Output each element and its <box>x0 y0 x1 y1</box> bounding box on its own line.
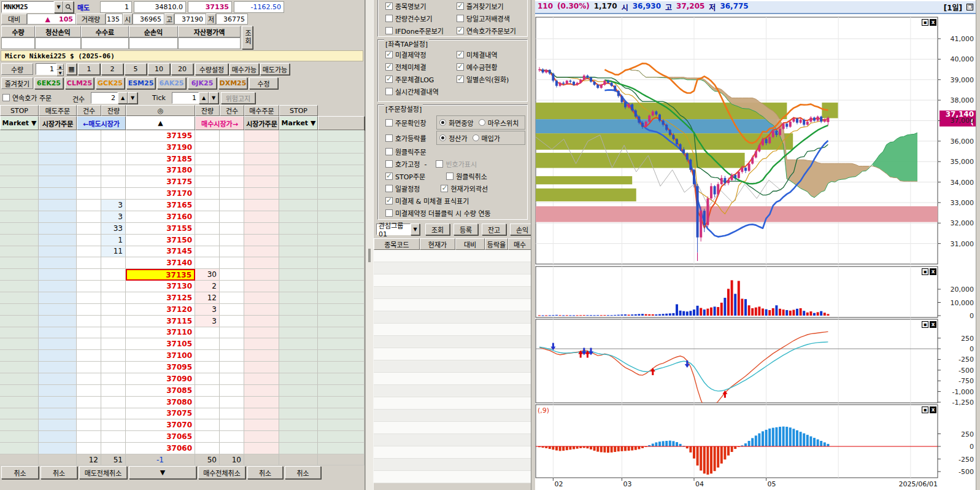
ladder-sell-count[interactable] <box>77 142 101 154</box>
ladder-buy-qty[interactable] <box>195 385 220 397</box>
ladder-buy-count[interactable] <box>220 443 244 454</box>
watch-col-3[interactable]: 등락율 <box>485 238 508 250</box>
ladder-buy-count[interactable] <box>220 431 244 443</box>
qty-preset-20[interactable]: 20 <box>171 63 193 75</box>
ladder-buy-order[interactable] <box>244 316 279 327</box>
watch-col-4[interactable]: 매수 <box>508 238 531 250</box>
qty-action-2[interactable]: 매도가능 <box>260 63 290 75</box>
ladder-stop-right[interactable] <box>279 154 318 165</box>
ladder-stop-right[interactable] <box>279 362 318 373</box>
ladder-buy-qty[interactable] <box>195 362 220 373</box>
ladder-buy-count[interactable] <box>220 188 244 200</box>
ladder-buy-qty[interactable] <box>195 130 220 142</box>
dom-buy-market-order-button[interactable]: 시장가주문 <box>244 116 279 130</box>
symbol-dropdown-button[interactable]: ▼ <box>54 1 63 13</box>
ladder-row-37160[interactable]: 337160 <box>0 211 365 223</box>
ladder-buy-qty[interactable]: 3 <box>195 304 220 316</box>
favorite-6AK25[interactable]: 6AK25 <box>157 77 186 89</box>
ladder-buy-count[interactable] <box>220 235 244 246</box>
ladder-stop-right[interactable] <box>279 211 318 223</box>
ladder-row-37190[interactable]: 37190 <box>0 142 365 154</box>
ladder-buy-qty[interactable] <box>195 373 220 385</box>
ladder-stop-right[interactable] <box>279 292 318 304</box>
ladder-buy-order[interactable] <box>244 362 279 373</box>
ladder-buy-count[interactable] <box>220 246 244 258</box>
ladder-stop-right[interactable] <box>279 304 318 316</box>
ladder-sell-count[interactable] <box>77 292 101 304</box>
ladder-price[interactable]: 37185 <box>126 154 195 165</box>
favorite-6JK25[interactable]: 6JK25 <box>188 77 217 89</box>
ladder-stop-right[interactable] <box>279 130 318 142</box>
watch-group-select[interactable]: 관심그룹01 <box>376 224 411 235</box>
ladder-row-37105[interactable]: 37105 <box>0 338 365 350</box>
ladder-row-37065[interactable]: 37065 <box>0 431 365 443</box>
ladder-stop-right[interactable] <box>279 200 318 211</box>
symbol-input[interactable]: MNKM25 <box>1 1 54 13</box>
qty-preset-10[interactable]: 10 <box>148 63 170 75</box>
ladder-price[interactable]: 37135 <box>126 269 195 281</box>
ladder-buy-order[interactable] <box>244 176 279 188</box>
symbol-search-button[interactable] <box>63 1 74 13</box>
calculator-button[interactable]: ▦ <box>66 63 77 75</box>
ladder-sell-count[interactable] <box>77 257 101 269</box>
ladder-price[interactable]: 37150 <box>126 235 195 246</box>
dom-header-5[interactable]: 잔량 <box>195 105 220 116</box>
ladder-sell-order[interactable] <box>39 397 77 408</box>
checkbox-호가고정[interactable]: 호가고정 <box>385 158 420 169</box>
ladder-buy-order[interactable] <box>244 223 279 235</box>
ladder-buy-order[interactable] <box>244 443 279 454</box>
checkbox-원클릭취소[interactable]: 원클릭취소 <box>446 171 487 182</box>
ladder-sell-qty[interactable] <box>101 419 126 431</box>
checkbox-즐겨찾기보기[interactable]: 즐겨찾기보기 <box>457 1 525 12</box>
qty-stepper[interactable]: ▲▼ <box>56 64 64 74</box>
ladder-price[interactable]: 37065 <box>126 431 195 443</box>
ladder-buy-qty[interactable] <box>195 142 220 154</box>
ladder-sell-qty[interactable] <box>101 130 126 142</box>
ladder-buy-order[interactable] <box>244 188 279 200</box>
ladder-buy-count[interactable] <box>220 165 244 177</box>
ladder-stop-right[interactable] <box>279 431 318 443</box>
ladder-sell-order[interactable] <box>39 235 77 246</box>
ladder-sell-order[interactable] <box>39 316 77 327</box>
ladder-sell-qty[interactable] <box>101 188 126 200</box>
ladder-price[interactable]: 37130 <box>126 281 195 292</box>
ladder-sell-qty[interactable] <box>101 142 126 154</box>
ladder-row-37110[interactable]: 37110 <box>0 327 365 339</box>
favorite-GCK25[interactable]: GCK25 <box>96 77 125 89</box>
ladder-buy-order[interactable] <box>244 338 279 350</box>
ladder-sell-order[interactable] <box>39 200 77 211</box>
dom-header-7[interactable]: 매수주문 <box>244 105 279 116</box>
ladder-stop-right[interactable] <box>279 269 318 281</box>
ladder-sell-order[interactable] <box>39 165 77 177</box>
ladder-row-37195[interactable]: 37195 <box>0 130 365 142</box>
ladder-row-37180[interactable]: 37180 <box>0 165 365 177</box>
ladder-row-37145[interactable]: 1137145 <box>0 246 365 258</box>
ladder-sell-order[interactable] <box>39 281 77 292</box>
ladder-sell-count[interactable] <box>77 154 101 165</box>
ladder-sell-count[interactable] <box>77 362 101 373</box>
ladder-buy-qty[interactable] <box>195 235 220 246</box>
ladder-stop-right[interactable] <box>279 350 318 362</box>
ladder-sell-qty[interactable] <box>101 350 126 362</box>
ladder-sell-order[interactable] <box>39 176 77 188</box>
panel-scrollbar[interactable] <box>365 0 374 490</box>
ladder-sell-count[interactable] <box>77 304 101 316</box>
dom-buy-hit-button[interactable]: 매수시장가→ <box>195 116 244 130</box>
ladder-sell-qty[interactable] <box>101 304 126 316</box>
ladder-buy-order[interactable] <box>244 350 279 362</box>
ladder-sell-order[interactable] <box>39 327 77 339</box>
watch-조회-button[interactable]: 조회 <box>425 224 450 235</box>
ladder-sell-order[interactable] <box>39 419 77 431</box>
ladder-sell-count[interactable] <box>77 431 101 443</box>
checkbox-실시간체결내역[interactable]: 실시간체결내역 <box>385 86 457 97</box>
ladder-sell-order[interactable] <box>39 431 77 443</box>
ladder-buy-order[interactable] <box>244 281 279 292</box>
ladder-stop-right[interactable] <box>279 408 318 420</box>
dom-action-1[interactable]: 취소 <box>41 466 77 479</box>
ladder-buy-count[interactable] <box>220 257 244 269</box>
ladder-row-37125[interactable]: 3712512 <box>0 292 365 304</box>
dom-header-8[interactable]: STOP <box>279 105 318 116</box>
ladder-row-37100[interactable]: 37100 <box>0 350 365 362</box>
favorite-DXM25[interactable]: DXM25 <box>218 77 247 89</box>
checkbox-미결제 & 미체결 표식표기[interactable]: 미결제 & 미체결 표식표기 <box>385 195 469 206</box>
